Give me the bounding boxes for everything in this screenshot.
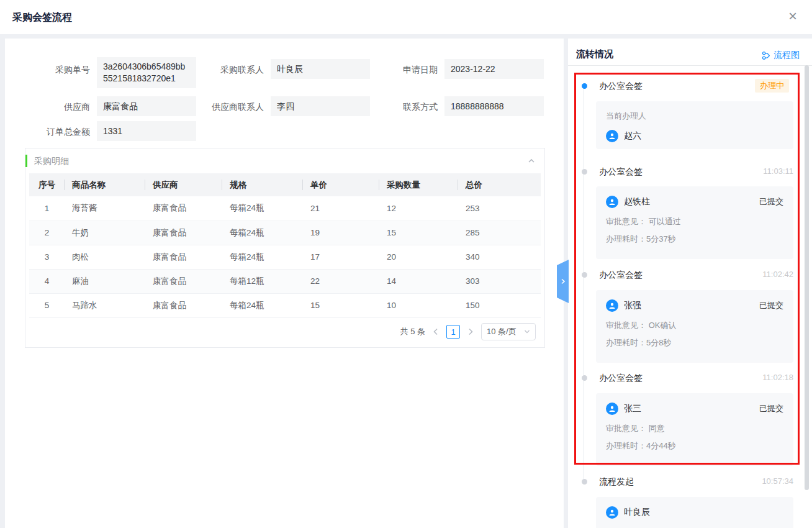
supplier-contact-value: 李四 [271,96,370,116]
pagination: 共 5 条 1 10 条/页 [400,323,536,340]
duration-label: 办理耗时： [606,338,646,347]
duration-value: 4分44秒 [646,441,676,450]
cell-qty: 14 [379,269,458,293]
cell-spec: 每箱24瓶 [222,196,303,221]
cell-spec: 每箱12瓶 [222,269,303,293]
section-title: 采购明细 [34,148,69,173]
user-avatar-icon [606,299,618,312]
cell-supplier: 康富食品 [145,221,222,245]
cell-supplier: 康富食品 [145,245,222,269]
user-avatar-icon [606,403,618,415]
purchase-contact-value: 叶良辰 [271,59,370,79]
page-size-select[interactable]: 10 条/页 [481,323,536,340]
col-supplier: 供应商 [145,173,222,196]
cell-qty: 20 [379,245,458,269]
user-avatar-icon [606,506,618,519]
cell-price: 17 [303,245,379,269]
cell-total: 285 [458,221,541,245]
cell-price: 22 [303,269,379,293]
step-card: 当前办理人 赵六 [596,101,793,149]
handler-name: 叶良辰 [624,507,650,518]
flow-status-panel: 流转情况 流程图 办公室会签 办理中 当前办理人 赵六 办公室会签 11:03:… [568,39,812,528]
step-card: 叶良辰 [596,497,793,528]
cell-spec: 每箱24瓶 [222,293,303,317]
apply-date-value: 2023-12-22 [444,59,544,79]
cell-total: 253 [458,196,541,221]
col-qty: 采购数量 [379,173,458,196]
cell-price: 21 [303,196,379,221]
dialog-title: 采购会签流程 [12,11,72,24]
cell-seq: 1 [29,196,65,221]
cell-supplier: 康富食品 [145,269,222,293]
cell-product: 牛奶 [65,221,145,245]
flow-panel-title: 流转情况 [576,48,613,60]
opinion-value: OK确认 [649,321,677,330]
timeline-dot [582,375,587,381]
purchase-no-label: 采购单号 [5,63,90,76]
purchase-items-section: 采购明细 序号 商品名称 供应商 规格 单价 采购数量 总价 [25,148,545,348]
close-icon[interactable]: × [783,7,802,26]
items-table: 序号 商品名称 供应商 规格 单价 采购数量 总价 1 海苔酱 康富食品 每箱2… [29,173,541,318]
cell-product: 马蹄水 [65,293,145,317]
step-time: 10:57:34 [762,475,793,488]
cell-qty: 10 [379,293,458,317]
purchase-contact-label: 采购联系人 [191,63,264,76]
divider [568,65,812,66]
table-header-row: 序号 商品名称 供应商 规格 单价 采购数量 总价 [29,173,541,196]
step-card: 张三 已提交 审批意见： 同意 办理耗时：4分44秒 [596,393,793,466]
timeline-dot [582,479,587,485]
purchase-detail-panel: 采购单号 3a2604306b65489bb5521581832720e1 采购… [5,39,564,528]
supplier-label: 供应商 [5,101,90,113]
cell-spec: 每箱24瓶 [222,245,303,269]
order-total-value: 1331 [97,121,196,141]
flowchart-icon [762,51,771,60]
step-card: 张强 已提交 审批意见： OK确认 办理耗时：5分8秒 [596,290,793,363]
timeline-line [584,86,584,481]
table-row: 4 麻油 康富食品 每箱12瓶 22 14 303 [29,269,541,293]
cell-qty: 15 [379,221,458,245]
user-avatar-icon [606,130,618,142]
section-header: 采购明细 [25,148,544,173]
chevron-down-icon [524,329,530,334]
submit-status: 已提交 [759,403,783,414]
handler-name: 张强 [624,300,641,311]
cell-seq: 2 [29,221,65,245]
step-card: 赵铁柱 已提交 审批意见： 可以通过 办理耗时：5分37秒 [596,186,793,259]
cell-supplier: 康富食品 [145,293,222,317]
section-accent-bar [25,155,27,167]
pagination-next-icon[interactable] [466,327,475,336]
opinion-value: 可以通过 [649,217,681,226]
opinion-label: 审批意见： [606,217,646,226]
collapse-sidebar-tab[interactable] [557,260,569,303]
opinion-value: 同意 [649,424,665,433]
pagination-page-1[interactable]: 1 [446,325,460,339]
duration-value: 5分37秒 [646,234,676,244]
step-title: 办公室会签 [599,80,643,92]
cell-qty: 12 [379,196,458,221]
step-title: 流程发起 [599,475,634,488]
cell-spec: 每箱24瓶 [222,221,303,245]
cell-price: 15 [303,293,379,317]
opinion-label: 审批意见： [606,321,646,330]
pagination-prev-icon[interactable] [431,327,440,336]
user-avatar-icon [606,196,618,208]
table-row: 3 肉松 康富食品 每箱24瓶 17 20 340 [29,245,541,269]
scrollbar-thumb[interactable] [805,65,809,490]
contact-phone-value: 18888888888 [444,96,544,116]
col-total: 总价 [458,173,541,196]
dialog-header: 采购会签流程 × [0,0,812,34]
collapse-chevron-up-icon[interactable] [527,157,536,165]
handler-name: 赵铁柱 [624,196,650,207]
purchase-no-value: 3a2604306b65489bb5521581832720e1 [97,57,196,88]
flowchart-link[interactable]: 流程图 [762,50,800,61]
table-row: 1 海苔酱 康富食品 每箱24瓶 21 12 253 [29,196,541,221]
cell-seq: 3 [29,245,65,269]
step-title: 办公室会签 [599,371,643,384]
cell-product: 麻油 [65,269,145,293]
duration-label: 办理耗时： [606,234,646,244]
contact-phone-label: 联系方式 [365,101,438,113]
cell-seq: 4 [29,269,65,293]
step-time: 11:03:11 [763,165,793,178]
apply-date-label: 申请日期 [365,63,438,76]
cell-price: 19 [303,221,379,245]
